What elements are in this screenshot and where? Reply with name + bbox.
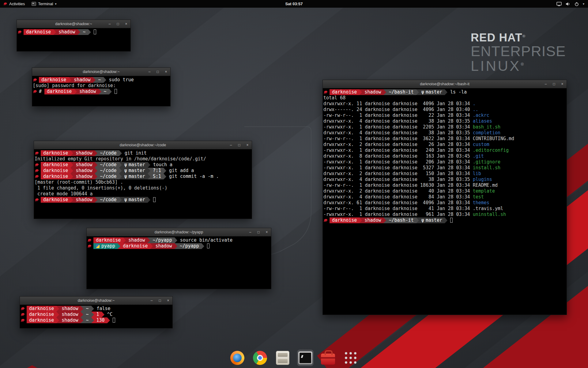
powerline-arrow-icon [164, 168, 166, 174]
prompt-segment-user: darknoise [330, 89, 359, 95]
terminal-content[interactable]: darknoiseshadow~sudo true[sudo] password… [32, 76, 170, 94]
prompt-segment-user: darknoise [24, 29, 53, 35]
dock-show-applications[interactable] [342, 350, 359, 366]
maximize-button[interactable]: □ [552, 82, 556, 86]
close-button[interactable]: × [265, 230, 269, 234]
terminal-line: darknoiseshadow~ [17, 29, 130, 35]
prompt-segment-host: shadow [362, 217, 383, 223]
prompt-segment-user: darknoise [27, 312, 56, 317]
prompt-segment-host: shadow [73, 150, 95, 156]
terminal-content[interactable]: darknoiseshadow~/codegit initInitialized… [34, 149, 252, 203]
powerline-arrow-icon [88, 29, 91, 35]
window-titlebar[interactable]: darknoise@shadow:~ – □ × [17, 20, 130, 28]
powerline-arrow-icon [95, 197, 97, 203]
registered-mark: ® [521, 62, 525, 67]
prompt-segment-stat: S:1 [150, 174, 164, 179]
app-menu-terminal[interactable]: Terminal ▾ [28, 0, 60, 8]
fedora-prompt-icon [21, 312, 25, 316]
terminal-content[interactable]: darknoiseshadow~falsedarknoiseshadow~1^C… [20, 305, 172, 323]
terminal-window: darknoise@shadow:~/pyapp – □ × darknoise… [86, 228, 271, 289]
dock-chrome[interactable] [252, 350, 268, 366]
terminal-line: drwxrwxr-x. 4 darknoise darknoise 84 Jan… [323, 194, 566, 200]
git-branch-icon: ψ [124, 162, 127, 167]
window-titlebar[interactable]: darknoise@shadow:~/code – □ × [34, 141, 252, 149]
prompt-segment-git: ψmaster [122, 197, 148, 203]
maximize-button[interactable]: □ [116, 22, 120, 26]
prompt-segment-host: shadow [73, 162, 95, 168]
dock-terminal[interactable] [297, 350, 314, 366]
power-icon[interactable] [575, 2, 579, 6]
close-button[interactable]: × [164, 70, 168, 74]
maximize-button[interactable]: □ [158, 299, 162, 302]
fedora-prompt-icon [18, 30, 22, 34]
clock[interactable]: Sat 03:57 [285, 2, 303, 6]
fedora-prompt-icon [33, 90, 37, 94]
command-text: ^C [107, 312, 113, 317]
close-button[interactable]: × [560, 82, 564, 86]
minimize-button[interactable]: – [149, 299, 154, 302]
prompt-segment-user: darknoise [27, 306, 56, 312]
dock-software[interactable] [320, 350, 336, 366]
terminal-line: pyappdarknoiseshadow~/pyapp [87, 243, 270, 249]
minimize-button[interactable]: – [229, 143, 233, 147]
terminal-line: -rw-rw-r--. 1 darknoise darknoise 18630 … [323, 182, 566, 188]
display-icon[interactable] [556, 2, 562, 6]
activities-button[interactable]: Activities [0, 0, 28, 8]
powerline-arrow-icon [70, 150, 73, 156]
terminal-line: darknoiseshadow~/pyappsource bin/activat… [87, 237, 270, 243]
dock-file-manager[interactable] [274, 350, 291, 366]
fedora-prompt-icon [35, 198, 39, 202]
system-status-area[interactable]: ▾ [556, 0, 588, 8]
maximize-button[interactable]: □ [156, 70, 160, 74]
powerline-arrow-icon [74, 89, 77, 94]
close-button[interactable]: × [245, 143, 250, 147]
window-titlebar[interactable]: darknoise@shadow:~/bash-it – □ × [323, 80, 567, 88]
terminal-window: darknoise@shadow:~ – □ × darknoiseshadow… [17, 20, 131, 52]
command-text: ls -la [450, 89, 467, 95]
prompt-segment-host: shadow [153, 243, 174, 249]
maximize-button[interactable]: □ [256, 230, 261, 234]
window-titlebar[interactable]: darknoise@shadow:~/pyapp – □ × [87, 228, 271, 236]
terminal-line: -rw-rw-r--. 1 darknoise darknoise 41 Jan… [323, 206, 566, 212]
powerline-arrow-icon [119, 162, 122, 168]
terminal-content[interactable]: darknoiseshadow~ [17, 28, 130, 35]
powerline-arrow-icon [107, 317, 110, 323]
minimize-button[interactable]: – [147, 70, 152, 74]
terminal-content[interactable]: darknoiseshadow~/pyappsource bin/activat… [87, 236, 271, 249]
terminal-line: darknoiseshadow~/codeψmaster [35, 197, 251, 203]
prompt-segment-path: ~ [101, 89, 109, 94]
git-branch-icon: ψ [124, 168, 127, 173]
terminal-line: drwxrwxr-x. 2 darknoise darknoise 150 Ja… [323, 171, 566, 177]
powerline-arrow-icon [416, 217, 419, 223]
powerline-arrow-icon [53, 29, 56, 35]
prompt-segment-host: shadow [59, 317, 81, 323]
window-title: darknoise@shadow:~ [55, 22, 92, 26]
maximize-button[interactable]: □ [237, 143, 241, 147]
minimize-button[interactable]: – [544, 82, 548, 86]
volume-icon[interactable] [566, 2, 571, 6]
prompt-segment-path: ~ [83, 317, 91, 323]
terminal-content[interactable]: darknoiseshadow~/bash-itψmasterls -latot… [323, 88, 567, 223]
powerline-arrow-icon [445, 89, 447, 95]
powerline-arrow-icon [81, 306, 83, 312]
powerline-arrow-icon [445, 217, 447, 223]
prompt-segment-host: shadow [73, 174, 95, 179]
terminal-line: drwxrwxr-x. 4 darknoise darknoise 38 Jan… [323, 130, 566, 136]
prompt-segment-host: shadow [73, 168, 95, 174]
output-text: drwxrwxr-x. 11 darknoise darknoise 4096 … [323, 101, 473, 106]
file-name: CONTRIBUTING.md [473, 136, 514, 141]
window-titlebar[interactable]: darknoise@shadow:~ – □ × [32, 68, 170, 76]
output-text: -rwxrwxr-x. 1 darknoise darknoise 206 Ja… [323, 159, 473, 165]
prompt-segment-exit: 1 [94, 312, 102, 317]
powerline-arrow-icon [118, 243, 120, 249]
powerline-arrow-icon [202, 243, 204, 249]
terminal-line: darknoiseshadow~/codegit init [35, 150, 251, 156]
dock-firefox[interactable] [229, 350, 246, 366]
powerline-arrow-icon [95, 150, 97, 156]
close-button[interactable]: × [166, 299, 170, 302]
minimize-button[interactable]: – [248, 230, 252, 234]
window-titlebar[interactable]: darknoise@shadow:~ – □ × [20, 297, 172, 305]
close-button[interactable]: × [124, 22, 128, 26]
minimize-button[interactable]: – [107, 22, 112, 26]
terminal-line: [sudo] password for darknoise: [33, 83, 170, 89]
